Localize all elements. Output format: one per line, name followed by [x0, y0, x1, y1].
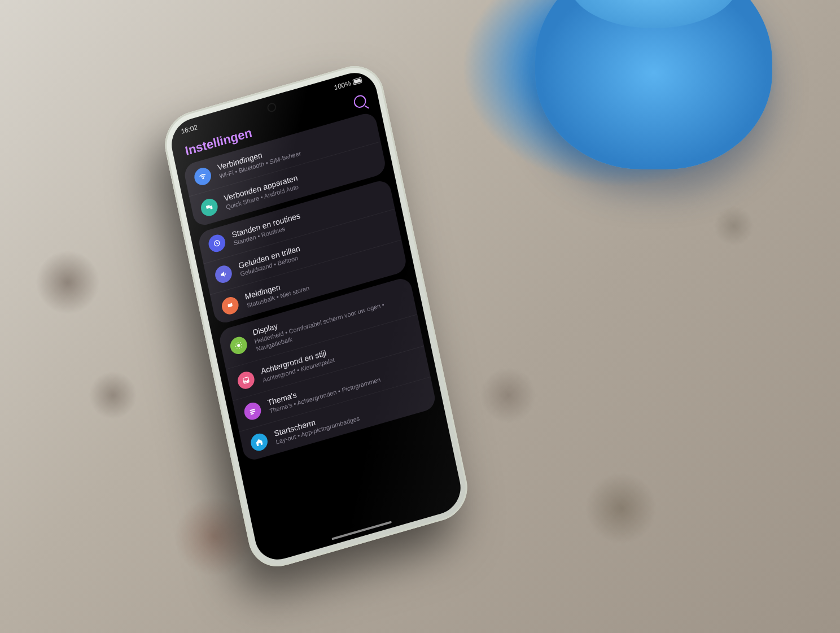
sound-icon	[213, 264, 233, 285]
notification-icon	[220, 295, 240, 316]
devices-icon	[199, 197, 219, 218]
svg-line-11	[236, 343, 237, 344]
svg-rect-1	[206, 205, 211, 209]
settings-list[interactable]: Verbindingen Wi-Fi • Bluetooth • SIM-beh…	[176, 109, 446, 475]
svg-point-0	[203, 177, 204, 178]
svg-line-12	[241, 347, 242, 347]
svg-line-13	[237, 348, 237, 348]
photo-scene: 16:02 100% Instellingen	[0, 0, 840, 633]
wifi-icon	[193, 165, 212, 187]
blue-object	[535, 0, 772, 169]
svg-point-6	[237, 343, 240, 347]
phone-frame: 16:02 100% Instellingen	[159, 59, 473, 574]
svg-rect-2	[210, 206, 213, 209]
search-icon[interactable]	[353, 94, 368, 110]
wallpaper-icon	[236, 369, 256, 391]
phone-screen: 16:02 100% Instellingen	[167, 67, 465, 565]
battery-icon	[352, 77, 362, 85]
routines-icon	[207, 233, 227, 254]
svg-rect-18	[251, 413, 254, 415]
themes-icon	[243, 401, 262, 422]
home-icon	[250, 432, 269, 453]
svg-line-14	[240, 342, 240, 343]
gesture-nav-pill[interactable]	[331, 521, 392, 540]
display-icon	[229, 335, 248, 356]
